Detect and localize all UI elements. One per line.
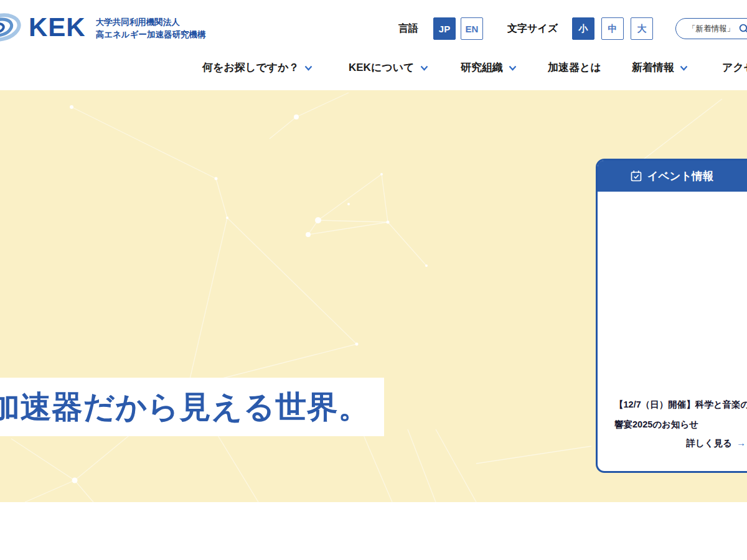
nav-item-what-is-accelerator[interactable]: 加速器とは	[548, 55, 601, 80]
site-search-button[interactable]: 「新着情報」	[675, 18, 747, 39]
org-name-line1: 大学共同利用機関法人	[96, 17, 180, 27]
event-info-card: イベント情報 【12/7（日）開催】科学と音楽の 響宴2025のお知らせ 詳しく…	[596, 159, 747, 473]
calendar-check-icon	[630, 170, 642, 182]
site-header: KEK 大学共同利用機関法人 高エネルギー加速器研究機構 言語 JP EN 文字…	[0, 0, 747, 90]
nav-item-label: 研究組織	[461, 60, 503, 75]
kek-logo[interactable]: KEK 大学共同利用機関法人 高エネルギー加速器研究機構	[0, 9, 205, 46]
nav-item-news[interactable]: 新着情報	[632, 55, 688, 80]
nav-item-label: 何をお探しですか？	[202, 60, 299, 75]
chevron-down-icon	[509, 65, 517, 71]
search-icon	[739, 24, 747, 34]
chevron-down-icon	[420, 65, 428, 71]
nav-item-label: 加速器とは	[548, 60, 601, 75]
event-list-item[interactable]: 【12/7（日）開催】科学と音楽の 響宴2025のお知らせ 詳しく見る→	[598, 394, 747, 468]
nav-item-label: 新着情報	[632, 60, 674, 75]
arrow-right-icon: →	[736, 437, 746, 448]
main-navigation: 何をお探しですか？ KEKについて 研究組織 加速器とは 新着情報 アクセス	[0, 55, 747, 80]
chevron-down-icon	[680, 65, 688, 71]
hero-section: 加速器だから見える世界。 イベント情報 【12/7（日）開催】科学と音楽の 響宴…	[0, 90, 747, 502]
event-card-header: イベント情報	[598, 161, 747, 192]
text-size-large-button[interactable]: 大	[631, 17, 653, 40]
nav-item-about-kek[interactable]: KEKについて	[349, 55, 428, 80]
nav-item-research-organization[interactable]: 研究組織	[461, 55, 517, 80]
text-size-small-button[interactable]: 小	[572, 17, 594, 40]
chevron-down-icon	[304, 65, 312, 71]
language-en-button[interactable]: EN	[461, 17, 483, 40]
event-detail-link-label: 詳しく見る	[686, 438, 732, 448]
nav-item-access[interactable]: アクセス	[722, 55, 747, 80]
language-jp-button[interactable]: JP	[433, 17, 456, 40]
hero-headline-box: 加速器だから見える世界。	[0, 378, 384, 436]
search-placeholder-text: 「新着情報」	[688, 24, 735, 34]
logo-organization-name: 大学共同利用機関法人 高エネルギー加速器研究機構	[96, 14, 206, 40]
org-name-line2: 高エネルギー加速器研究機構	[96, 30, 206, 39]
text-size-label: 文字サイズ	[507, 17, 558, 40]
logo-acronym: KEK	[29, 12, 86, 42]
text-size-medium-button[interactable]: 中	[601, 17, 624, 40]
nav-item-label: アクセス	[722, 60, 747, 75]
nav-item-what-are-you-looking-for[interactable]: 何をお探しですか？	[202, 55, 312, 80]
event-card-body: 【12/7（日）開催】科学と音楽の 響宴2025のお知らせ 詳しく見る→	[598, 192, 747, 468]
event-detail-link[interactable]: 詳しく見る→	[614, 437, 746, 449]
event-title-line2: 響宴2025のお知らせ	[614, 414, 746, 434]
language-label: 言語	[398, 17, 418, 40]
event-title-line1: 【12/7（日）開催】科学と音楽の	[614, 394, 746, 414]
event-card-title: イベント情報	[647, 169, 714, 184]
kek-homepage: KEK 大学共同利用機関法人 高エネルギー加速器研究機構 言語 JP EN 文字…	[0, 0, 747, 560]
nav-item-label: KEKについて	[349, 60, 415, 75]
kek-swirl-logo-icon	[0, 9, 27, 46]
hero-headline: 加速器だから見える世界。	[0, 386, 370, 428]
